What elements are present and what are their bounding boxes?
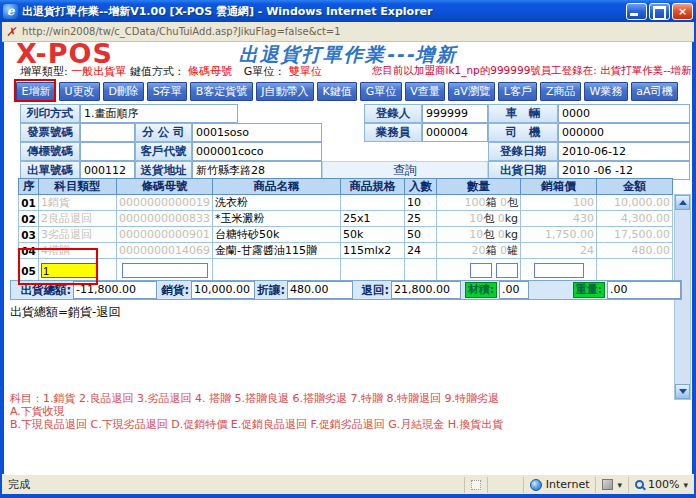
items-table: 序科目類型條碼母號商品名稱商品規格入數數量銷箱價金額 011銷貨00000000… (18, 178, 673, 283)
protected-mode-pane[interactable]: ▾ (595, 477, 628, 493)
cell-amount: 10,000.00 (597, 195, 673, 211)
reg-date-label: 登錄日期 (488, 142, 558, 161)
toolbar-button-8[interactable]: G單位 (360, 82, 401, 101)
product-row[interactable]: 044搭贈0000000014069金蘭-甘露醬油115贈115mlx22420… (19, 243, 673, 259)
qty-number: 0 (500, 196, 507, 209)
cell-qty: 10包 0kg (437, 211, 521, 227)
weight-label: 重量: (573, 282, 605, 298)
toolbar-button-12[interactable]: Z商品 (540, 82, 581, 101)
qty1-input[interactable] (470, 263, 492, 278)
toolbar-button-6[interactable]: J自動帶入 (256, 82, 314, 101)
weight-value: .00 (607, 281, 681, 299)
scroll-up-button[interactable] (675, 195, 690, 210)
barcode-input[interactable] (122, 263, 208, 278)
column-header: 商品名稱 (213, 179, 341, 195)
cell-barcode: 0000000000019 (117, 195, 213, 211)
minimize-button[interactable] (626, 3, 647, 20)
vehicle-field[interactable]: 0000 (558, 104, 690, 123)
salesman-label: 業務員 (364, 123, 422, 142)
qty-number: 10 (469, 212, 483, 225)
cell-spec (341, 195, 405, 211)
entry-row: 05 (19, 259, 673, 283)
toolbar-button-5[interactable]: B客定貨號 (190, 82, 253, 101)
label-number-field[interactable] (80, 142, 135, 161)
customer-field[interactable]: 000001coco (192, 142, 322, 161)
toolbar: E增新U更改D刪除S存單B客定貨號J自動帶入K鍵值G單位V查量aV瀏覽L客戶Z商… (16, 82, 678, 101)
salesman-field[interactable]: 000004 (422, 123, 488, 142)
caret-down-icon: ▾ (683, 480, 688, 490)
cell-type: 3劣品退回 (39, 227, 117, 243)
key-mode-value: 條碼母號 (188, 65, 232, 78)
invoice-field[interactable] (80, 123, 135, 142)
toolbar-button-9[interactable]: V查量 (405, 82, 445, 101)
qty-unit: 箱 (486, 244, 501, 257)
qty-unit: 罐 (507, 244, 518, 257)
cell-pack: 24 (405, 243, 437, 259)
toolbar-button-11[interactable]: L客戶 (498, 82, 537, 101)
cell-spec: 25x1 (341, 211, 405, 227)
cell-amount: 17,500.00 (597, 227, 673, 243)
column-header: 數量 (437, 179, 521, 195)
qty-unit: kg (505, 228, 518, 241)
qty-number: 10 (469, 228, 483, 241)
cell-qty: 100箱 0包 (437, 195, 521, 211)
status-zone: Internet (523, 477, 596, 493)
cell-type: 2良品退回 (39, 211, 117, 227)
column-header: 金額 (597, 179, 673, 195)
branch-field[interactable]: 0001soso (192, 123, 322, 142)
column-header: 入數 (405, 179, 437, 195)
product-row[interactable]: 033劣品退回0000000000901台糖特砂50k50k5010包 0kg1… (19, 227, 673, 243)
login-status: 您目前以加盟商ik1_np的999999號員工登錄在: 出貨打單作業--增新 (372, 64, 692, 78)
cell-seq: 02 (19, 211, 39, 227)
protected-mode-icon (602, 479, 613, 490)
cell-pack: 50 (405, 227, 437, 243)
toolbar-button-13[interactable]: W業務 (584, 82, 628, 101)
price-input[interactable] (534, 263, 584, 278)
totals-bar: 出貨總額: -11,800.00 銷貨: 10,000.00 折讓: 480.0… (10, 280, 682, 300)
product-row[interactable]: 011銷貨0000000000019洗衣粉10100箱 0包10010,000.… (19, 195, 673, 211)
driver-field[interactable]: 000000 (558, 123, 690, 142)
cell-qty: 10包 0kg (437, 227, 521, 243)
order-type-label: 增單類型: (20, 65, 68, 78)
return-value: 21,800.00 (391, 281, 461, 299)
qty-unit: kg (505, 212, 518, 225)
order-type-value: 一般出貨單 (71, 65, 126, 78)
annotation-increase-button (14, 79, 56, 102)
magnifier-icon (635, 480, 644, 489)
toolbar-button-2[interactable]: U更改 (59, 82, 100, 101)
arrow-down-icon (679, 389, 687, 394)
zoom-control[interactable]: 100% ▾ (628, 477, 694, 493)
qty-number: 0 (498, 228, 505, 241)
qty-unit: 包 (483, 212, 498, 225)
registrant-field[interactable]: 999999 (422, 104, 488, 123)
reg-date-field[interactable]: 2010-06-12 (558, 142, 690, 161)
ie-icon: e (3, 4, 18, 19)
cell-name: *玉米澱粉 (213, 211, 341, 227)
print-mode-field[interactable]: 1.畫面順序 (80, 104, 238, 123)
scroll-down-button[interactable] (675, 384, 690, 399)
arrow-up-icon (679, 200, 687, 205)
toolbar-button-14[interactable]: aA司機 (631, 82, 678, 101)
column-header: 條碼母號 (117, 179, 213, 195)
entry-qty-cell (437, 259, 521, 283)
window-title: 出退貨打單作業--增新V1.00 [X-POS 雲通網] - Windows I… (22, 4, 626, 19)
product-row[interactable]: 022良品退回0000000000833*玉米澱粉25x12510包 0kg43… (19, 211, 673, 227)
toolbar-button-4[interactable]: S存單 (147, 82, 187, 101)
close-button[interactable]: × (672, 3, 693, 20)
cell-barcode: 0000000014069 (117, 243, 213, 259)
qty2-input[interactable] (496, 263, 518, 278)
url-text[interactable]: http://win2008/tw/c_CData/ChuTuiAdd.asp?… (22, 26, 341, 37)
cell-price: 24 (521, 243, 597, 259)
toolbar-button-3[interactable]: D刪除 (103, 82, 144, 101)
vehicle-label: 車 輛 (488, 104, 558, 123)
customer-label: 客戶代號 (135, 142, 192, 161)
caret-down-icon: ▾ (617, 480, 622, 490)
sales-label: 銷貨: (157, 282, 189, 298)
page-icon: ✗ (6, 25, 19, 39)
toolbar-button-7[interactable]: K鍵值 (317, 82, 357, 101)
cell-type: 1銷貨 (39, 195, 117, 211)
discount-label: 折讓: (255, 282, 285, 298)
maximize-button[interactable] (649, 3, 670, 20)
toolbar-button-10[interactable]: aV瀏覽 (448, 82, 495, 101)
entry-spec-cell (341, 259, 405, 283)
